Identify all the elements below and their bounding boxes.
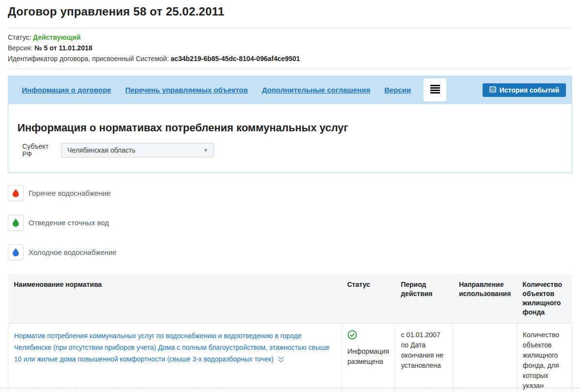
status-text: Информация размещена: [347, 346, 389, 367]
section-title: Информация о нормативах потребления комм…: [17, 122, 563, 134]
hamburger-icon: [430, 85, 440, 95]
tab-managed-objects[interactable]: Перечень управляемых объектов: [125, 86, 248, 94]
col-header-usage: Направление использования: [453, 274, 517, 324]
tab-versions[interactable]: Версии: [384, 86, 411, 94]
service-label: Холодное водоснабжение: [29, 248, 117, 256]
droplet-icon: [8, 215, 24, 231]
event-history-button[interactable]: История событий: [483, 83, 566, 97]
accordion-hot-water[interactable]: Горячее водоснабжение: [8, 185, 572, 201]
contract-page: Договор управления 58 от 25.02.2011 Стат…: [0, 0, 580, 392]
usage-cell: [453, 324, 517, 392]
service-accordions: Горячее водоснабжение Отведение сточных …: [8, 185, 572, 260]
table-row: Норматив потребления коммунальных услуг …: [8, 324, 572, 392]
status-cell: Информация размещена: [342, 324, 395, 392]
identifier-line: Идентификатор договора, присвоенный Сист…: [8, 53, 572, 64]
standards-panel: Информация о нормативах потребления комм…: [8, 104, 572, 173]
col-header-status: Статус: [342, 274, 395, 324]
page-title: Договор управления 58 от 25.02.2011: [8, 0, 572, 18]
chevron-down-icon: ▼: [203, 147, 208, 153]
calendar-icon: [489, 86, 496, 94]
accordion-cold-water[interactable]: Холодное водоснабжение: [8, 244, 572, 260]
page-bottom-divider: [0, 388, 580, 388]
identifier-value: ac34b219-6b85-45dc-8104-096af4ce9501: [171, 55, 300, 63]
objects-text: Количество объектов жилищного фонда, для…: [523, 331, 559, 392]
objects-cell: Количество объектов жилищного фонда, для…: [517, 324, 572, 392]
identifier-label: Идентификатор договора, присвоенный Сист…: [8, 55, 169, 63]
double-chevron-down-icon[interactable]: [277, 357, 285, 364]
version-line: Версия: № 5 от 11.01.2018: [8, 43, 572, 53]
contract-meta: Статус: Действующий Версия: № 5 от 11.01…: [8, 28, 572, 69]
tab-bar: Информация о договоре Перечень управляем…: [8, 76, 572, 104]
standard-name-cell: Норматив потребления коммунальных услуг …: [8, 324, 342, 392]
col-header-period: Период действия: [395, 274, 453, 324]
service-label: Горячее водоснабжение: [29, 189, 110, 197]
droplet-icon: [8, 244, 24, 260]
status-value: Действующий: [33, 33, 80, 41]
accordion-wastewater[interactable]: Отведение сточных вод: [8, 215, 572, 231]
check-circle-icon: [347, 333, 357, 341]
region-label: Субъект РФ: [22, 142, 56, 158]
tab-contract-info[interactable]: Информация о договоре: [22, 86, 111, 94]
tab-additional-agreements[interactable]: Дополнительные соглашения: [262, 86, 371, 94]
col-header-objects: Количество объектов жилищного фонда: [517, 274, 572, 324]
version-label: Версия:: [8, 44, 32, 52]
list-menu-button[interactable]: [423, 78, 446, 101]
table-header-row: Наименование норматива Статус Период дей…: [8, 274, 572, 324]
event-history-label: История событий: [500, 86, 559, 94]
period-cell: с 01.01.2007 по Дата окончания не устано…: [395, 324, 453, 392]
service-label: Отведение сточных вод: [29, 219, 109, 227]
status-label: Статус:: [8, 33, 31, 41]
version-value: № 5 от 11.01.2018: [34, 44, 92, 52]
region-selected-value: Челябинская область: [67, 146, 136, 154]
divider: [8, 69, 572, 69]
droplet-icon: [8, 185, 24, 201]
status-line: Статус: Действующий: [8, 32, 572, 43]
region-select[interactable]: Челябинская область ▼: [61, 143, 214, 157]
region-field: Субъект РФ Челябинская область ▼: [17, 142, 563, 158]
col-header-name: Наименование норматива: [8, 274, 342, 324]
standards-table: Наименование норматива Статус Период дей…: [8, 274, 572, 392]
